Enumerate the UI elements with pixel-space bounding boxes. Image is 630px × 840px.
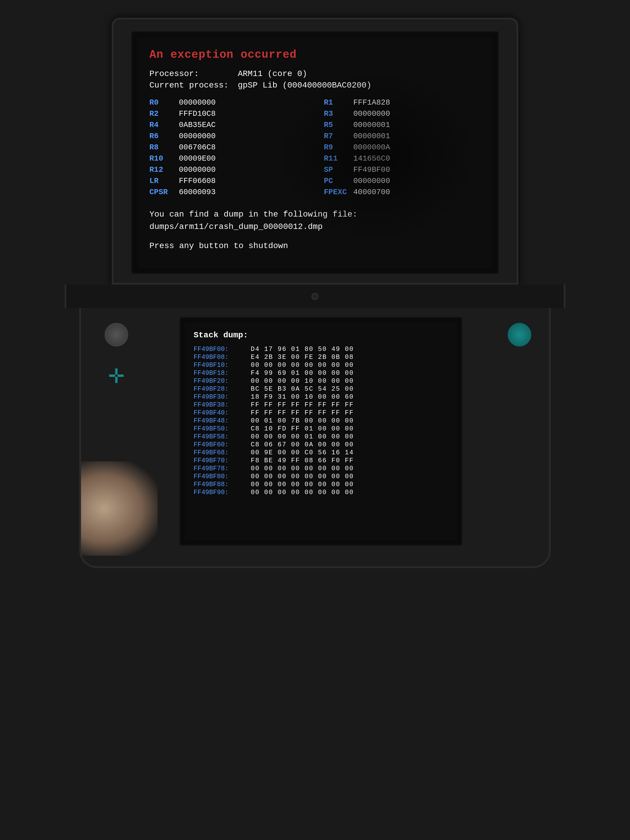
reg-name: R0 [149, 98, 179, 107]
stack-addr: FF49BF38: [194, 401, 246, 409]
left-controls: ✛ [99, 317, 134, 394]
stack-row: FF49BF18:F4 99 69 01 00 00 00 00 [194, 369, 448, 377]
stack-addr: FF49BF10: [194, 362, 246, 369]
register-row: R1200000000 [149, 165, 306, 174]
reg-name: FPEXC [324, 188, 353, 197]
reg-name: R7 [324, 132, 353, 141]
register-row: R1FFF1A828 [324, 98, 481, 107]
center-area: Stack dump: FF49BF00:D4 17 96 01 80 50 4… [134, 317, 508, 546]
reg-name: R9 [324, 143, 353, 152]
stack-addr: FF49BF00: [194, 346, 246, 353]
left-analog[interactable] [104, 323, 128, 346]
stack-values: D4 17 96 01 80 50 49 00 [251, 346, 354, 353]
stack-addr: FF49BF80: [194, 473, 246, 480]
dpad-cross: ✛ [99, 358, 134, 394]
dpad[interactable]: ✛ [99, 358, 134, 394]
stack-values: 00 00 00 00 00 00 00 00 [251, 465, 354, 472]
register-row: R300000000 [324, 109, 481, 118]
stack-values: 18 F9 31 00 10 00 00 60 [251, 393, 354, 401]
stack-row: FF49BF50:C8 10 FD FF 01 00 00 00 [194, 425, 448, 433]
stack-row: FF49BF60:C8 06 67 00 0A 00 00 00 [194, 441, 448, 448]
reg-value: 00000001 [353, 120, 401, 129]
stack-addr: FF49BF50: [194, 425, 246, 433]
register-row: PC00000000 [324, 177, 481, 185]
register-row: R700000001 [324, 132, 481, 141]
stack-row: FF49BF30:18 F9 31 00 10 00 00 60 [194, 393, 448, 401]
bottom-screen-bezel: Stack dump: FF49BF00:D4 17 96 01 80 50 4… [180, 317, 462, 546]
top-screen-wrapper: An exception occurred Processor: ARM11 (… [137, 38, 493, 267]
controls-row: ✛ Stack dump: FF49BF00:D4 17 96 01 80 50… [99, 317, 531, 546]
stack-values: C8 06 67 00 0A 00 00 00 [251, 441, 354, 448]
reg-name: R10 [149, 154, 179, 163]
stack-addr: FF49BF40: [194, 409, 246, 417]
stack-values: F4 99 69 01 00 00 00 00 [251, 369, 354, 377]
reg-name: R6 [149, 132, 179, 141]
reg-name: R11 [324, 154, 353, 163]
reg-value: 0000000A [353, 143, 401, 152]
dump-section: You can find a dump in the following fil… [149, 208, 481, 233]
stack-addr: FF49BF48: [194, 417, 246, 425]
reg-name: CPSR [149, 188, 179, 197]
reg-value: 006706C8 [179, 143, 226, 152]
reg-name: PC [324, 177, 353, 185]
stack-row: FF49BF78:00 00 00 00 00 00 00 00 [194, 465, 448, 472]
reg-value: 00000000 [179, 98, 226, 107]
register-row: FPEXC40000700 [324, 188, 481, 197]
register-row: R1000009E00 [149, 154, 306, 163]
stack-row: FF49BF08:E4 2B 3E 00 FE 2B 0B 08 [194, 354, 448, 361]
stack-row: FF49BF10:00 00 00 00 00 00 00 00 [194, 362, 448, 369]
register-row: R11141656C0 [324, 154, 481, 163]
stack-addr: FF49BF18: [194, 369, 246, 377]
stack-row: FF49BF68:00 9E 00 00 C0 56 16 14 [194, 449, 448, 456]
processor-label: Processor: [149, 69, 238, 78]
stack-values: 00 01 00 7B 00 00 00 00 [251, 417, 354, 425]
register-row: SPFF49BF00 [324, 165, 481, 174]
stack-values: BC 5E B3 0A 5C 54 25 00 [251, 385, 354, 393]
top-screen-bezel: An exception occurred Processor: ARM11 (… [131, 31, 499, 274]
stack-values: 00 00 00 00 00 00 00 00 [251, 481, 354, 488]
process-value: gpSP Lib (000400000BAC0200) [238, 81, 371, 90]
reg-value: 60000093 [179, 188, 226, 197]
error-title: An exception occurred [149, 48, 481, 61]
stack-row: FF49BF70:F8 BE 49 FF 08 66 F0 FF [194, 457, 448, 464]
stack-addr: FF49BF88: [194, 481, 246, 488]
stack-values: F8 BE 49 FF 08 66 F0 FF [251, 457, 354, 464]
stack-addr: FF49BF60: [194, 441, 246, 448]
register-row: R500000001 [324, 120, 481, 129]
reg-value: FFF1A828 [353, 98, 401, 107]
stack-values: 00 00 00 00 01 00 00 00 [251, 433, 354, 441]
reg-name: LR [149, 177, 179, 185]
stack-row: FF49BF58:00 00 00 00 01 00 00 00 [194, 433, 448, 441]
stack-values: FF FF FF FF FF FF FF FF [251, 409, 354, 417]
reg-value: 0AB35EAC [179, 120, 226, 129]
stack-addr: FF49BF30: [194, 393, 246, 401]
stack-row: FF49BF40:FF FF FF FF FF FF FF FF [194, 409, 448, 417]
register-row: R8006706C8 [149, 143, 306, 152]
stack-row: FF49BF28:BC 5E B3 0A 5C 54 25 00 [194, 385, 448, 393]
stack-values: 00 00 00 00 00 00 00 00 [251, 362, 354, 369]
stack-addr: FF49BF08: [194, 354, 246, 361]
registers-section: R000000000R1FFF1A828R2FFFD10C8R300000000… [149, 98, 481, 198]
right-analog[interactable] [508, 323, 531, 346]
stack-addr: FF49BF78: [194, 465, 246, 472]
stack-values: FF FF FF FF FF FF FF FF [251, 401, 354, 409]
stack-addr: FF49BF70: [194, 457, 246, 464]
stack-values: 00 9E 00 00 C0 56 16 14 [251, 449, 354, 456]
stack-row: FF49BF90:00 00 00 00 00 00 00 00 [194, 489, 448, 496]
stack-values: E4 2B 3E 00 FE 2B 0B 08 [251, 354, 354, 361]
reg-value: 00000000 [353, 177, 401, 185]
reg-value: FFFD10C8 [179, 109, 226, 118]
reg-value: 00000000 [179, 165, 226, 174]
process-label: Current process: [149, 81, 238, 90]
dump-line2: dumps/arm11/crash_dump_00000012.dmp [149, 221, 481, 233]
reg-value: FFF06608 [179, 177, 226, 185]
processor-value: ARM11 (core 0) [238, 69, 307, 78]
stack-values: C8 10 FD FF 01 00 00 00 [251, 425, 354, 433]
reg-name: R2 [149, 109, 179, 118]
register-row: R000000000 [149, 98, 306, 107]
stack-row: FF49BF00:D4 17 96 01 80 50 49 00 [194, 346, 448, 353]
reg-name: R8 [149, 143, 179, 152]
stack-addr: FF49BF90: [194, 489, 246, 496]
register-row: R40AB35EAC [149, 120, 306, 129]
stack-row: FF49BF48:00 01 00 7B 00 00 00 00 [194, 417, 448, 425]
